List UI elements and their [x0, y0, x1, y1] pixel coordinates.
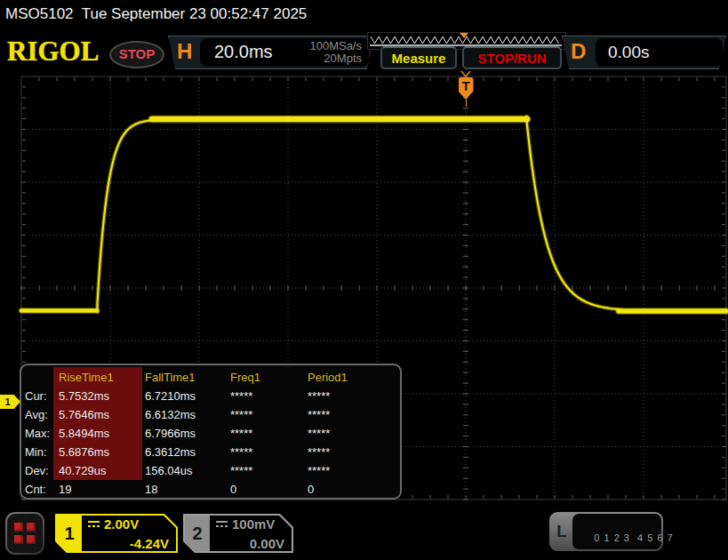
channel2-offset: 0.00V	[250, 536, 284, 551]
measurement-table: RiseTime1 FallTime1 Freq1 Period1 Cur: 5…	[25, 368, 398, 499]
measurement-row-avg: Avg: 5.7646ms 6.6132ms ***** *****	[25, 405, 398, 424]
header-period[interactable]: Period1	[308, 368, 398, 387]
measurement-row-dev: Dev: 40.729us 156.04us ***** *****	[25, 461, 398, 480]
trigger-triangle-icon	[460, 71, 471, 77]
trigger-t-icon: T	[459, 77, 474, 100]
header-risetime[interactable]: RiseTime1	[59, 368, 145, 387]
measurement-row-max: Max: 5.8494ms 6.7966ms ***** *****	[25, 424, 398, 443]
trigger-position-marker[interactable]: T	[456, 71, 476, 107]
channel1-scale: 2.00V	[104, 516, 139, 532]
header-freq[interactable]: Freq1	[230, 368, 308, 387]
menu-grid-button[interactable]	[5, 512, 44, 555]
la-label: L	[549, 512, 574, 551]
measurement-row-cur: Cur: 5.7532ms 6.7210ms ***** *****	[25, 387, 398, 405]
grid-icon	[7, 514, 43, 553]
logic-analyzer-block[interactable]: L 0 1 2 3 4 5 6 7 8 9 1011 12131415	[549, 512, 663, 551]
measurement-row-min: Min: 5.6876ms 6.3612ms ***** *****	[25, 443, 398, 461]
channel1-number: 1	[57, 516, 82, 551]
channel2-scale: 100mV	[232, 516, 275, 532]
la-channel-list: 0 1 2 3 4 5 6 7 8 9 1011 12131415	[572, 514, 661, 549]
trigger-stem	[466, 100, 467, 107]
measurement-panel[interactable]: RiseTime1 FallTime1 Freq1 Period1 Cur: 5…	[20, 364, 402, 500]
channel1-offset: -4.24V	[130, 536, 169, 551]
measurement-header-row: RiseTime1 FallTime1 Freq1 Period1	[25, 368, 398, 387]
header-falltime[interactable]: FallTime1	[145, 368, 230, 387]
oscilloscope-screen: MSO5102 Tue September 23 00:52:47 2025 R…	[0, 0, 728, 560]
dc-coupling-icon	[87, 520, 100, 528]
channel1-status-block[interactable]: 1 2.00V -4.24V	[55, 514, 178, 553]
channel2-number: 2	[185, 516, 210, 551]
measurement-row-cnt: Cnt: 19 18 0 0	[25, 480, 398, 499]
dc-coupling-icon	[215, 520, 228, 528]
channel2-status-block[interactable]: 2 100mV 0.00V	[183, 514, 293, 553]
